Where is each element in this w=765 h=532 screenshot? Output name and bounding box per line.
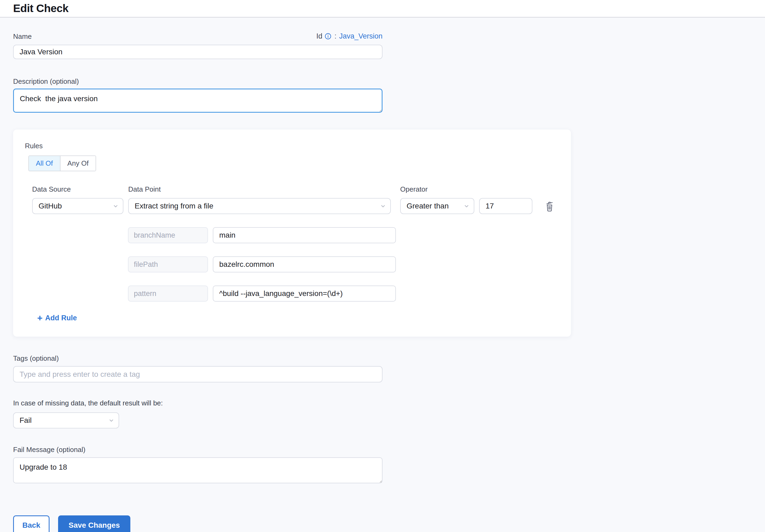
data-point-value: Extract string from a file <box>135 202 213 210</box>
info-icon[interactable] <box>325 33 332 40</box>
all-of-button[interactable]: All Of <box>29 156 60 171</box>
page-title: Edit Check <box>13 2 69 15</box>
rule-param-row: branchName <box>128 227 571 243</box>
operator-label: Operator <box>400 185 474 193</box>
id-separator: : <box>334 32 337 40</box>
operator-select[interactable]: Greater than <box>400 198 474 214</box>
missing-data-label: In case of missing data, the default res… <box>13 399 752 407</box>
add-rule-button[interactable]: + Add Rule <box>37 314 77 322</box>
param-key-filepath: filePath <box>128 257 208 272</box>
rules-card: Rules All Of Any Of Data Source Data Poi… <box>13 130 571 337</box>
data-source-select[interactable]: GitHub <box>32 198 123 214</box>
operator-value-input[interactable] <box>479 198 532 214</box>
param-value-filepath[interactable] <box>213 257 396 272</box>
rules-title: Rules <box>25 142 571 150</box>
trash-icon <box>544 200 555 213</box>
name-label: Name <box>13 32 32 40</box>
plus-icon: + <box>37 314 43 322</box>
add-rule-label: Add Rule <box>45 314 77 322</box>
rule-column-labels: Data Source Data Point Operator <box>32 185 571 193</box>
data-source-value: GitHub <box>39 202 62 210</box>
tags-input[interactable] <box>13 366 382 382</box>
form-content: Name Id : Java_Version Description (opti… <box>0 32 765 532</box>
name-id-row: Name Id : Java_Version <box>13 32 382 40</box>
rule-row: Data Source Data Point Operator GitHub <box>32 185 571 214</box>
tags-label: Tags (optional) <box>13 354 752 362</box>
param-value-pattern[interactable] <box>213 285 396 301</box>
data-source-label: Data Source <box>32 185 128 193</box>
fail-message-label: Fail Message (optional) <box>13 446 752 454</box>
description-textarea[interactable]: Check the java version <box>13 89 382 113</box>
id-label: Id <box>317 32 323 40</box>
param-value-branchname[interactable] <box>213 227 396 243</box>
back-button[interactable]: Back <box>13 515 50 532</box>
chevron-down-icon <box>380 203 386 210</box>
data-point-select[interactable]: Extract string from a file <box>128 198 391 214</box>
rule-controls-row: GitHub Extract string from a file <box>32 198 571 214</box>
check-id-row: Id : Java_Version <box>317 32 382 40</box>
check-id-link[interactable]: Java_Version <box>339 32 382 40</box>
chevron-down-icon <box>112 203 119 210</box>
name-input[interactable] <box>13 45 382 59</box>
param-key-pattern: pattern <box>128 285 208 301</box>
save-changes-button[interactable]: Save Changes <box>58 515 130 532</box>
description-label: Description (optional) <box>13 77 752 85</box>
edit-check-page: Edit Check Name Id : Java_Version Descr <box>0 0 765 532</box>
data-point-label: Data Point <box>128 185 400 193</box>
fail-message-textarea[interactable]: Upgrade to 18 <box>13 457 382 483</box>
chevron-down-icon <box>108 417 115 424</box>
rule-param-row: pattern <box>128 285 571 301</box>
page-header: Edit Check <box>0 0 765 18</box>
missing-data-select[interactable]: Fail <box>13 412 119 428</box>
missing-data-value: Fail <box>20 416 32 425</box>
chevron-down-icon <box>463 203 470 210</box>
param-key-branchname: branchName <box>128 227 208 243</box>
rule-param-row: filePath <box>128 257 571 272</box>
form-actions: Back Save Changes <box>13 515 752 532</box>
match-type-toggle: All Of Any Of <box>28 156 96 171</box>
any-of-button[interactable]: Any Of <box>60 156 96 171</box>
delete-rule-button[interactable] <box>543 199 556 214</box>
operator-value: Greater than <box>406 202 448 210</box>
